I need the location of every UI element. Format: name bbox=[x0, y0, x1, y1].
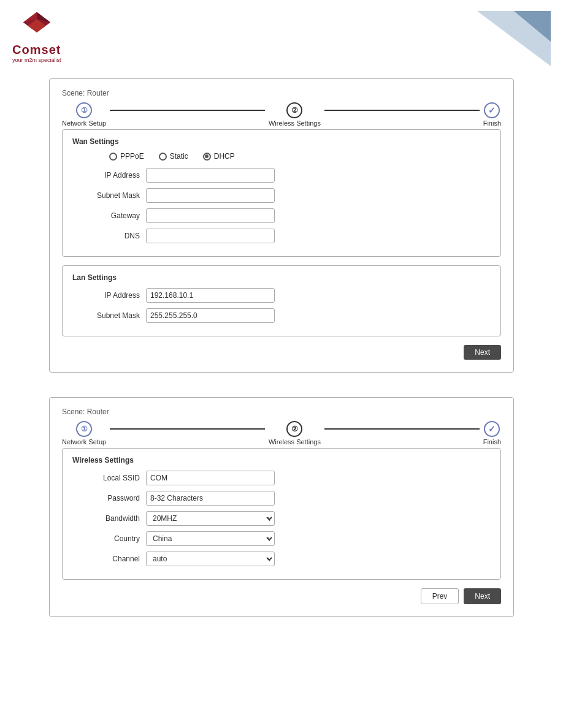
step-label-finish: Finish bbox=[483, 119, 501, 127]
wan-ip-row: IP Address bbox=[72, 168, 491, 183]
radio-label-pppoe: PPPoE bbox=[120, 152, 144, 161]
step2-line-1 bbox=[110, 428, 265, 430]
radio-static[interactable]: Static bbox=[159, 152, 188, 161]
country-row: Country China USA bbox=[72, 531, 491, 546]
panel2-next-button[interactable]: Next bbox=[464, 588, 501, 604]
radio-circle-static[interactable] bbox=[159, 153, 167, 161]
channel-label: Channel bbox=[72, 555, 140, 563]
ssid-input[interactable] bbox=[146, 471, 275, 485]
wan-gateway-label: Gateway bbox=[72, 211, 140, 220]
step-label-1: Network Setup bbox=[62, 119, 106, 127]
panel1-btn-row: Next bbox=[62, 345, 501, 360]
bandwidth-select-wrapper: 20MHZ 40MHZ bbox=[146, 511, 275, 526]
step-label-2: Wireless Settings bbox=[269, 119, 321, 127]
wan-subnet-label: Subnet Mask bbox=[72, 191, 140, 200]
channel-row: Channel auto 1 6 11 bbox=[72, 552, 491, 566]
wan-gateway-row: Gateway bbox=[72, 208, 491, 223]
logo-sub: your m2m specialist bbox=[12, 57, 61, 63]
lan-subnet-label: Subnet Mask bbox=[72, 311, 140, 320]
logo-text: Comset bbox=[12, 43, 61, 57]
main-content: Scene: Router ① Network Setup ② Wireless… bbox=[0, 72, 563, 648]
lan-settings-box: Lan Settings IP Address Subnet Mask bbox=[62, 265, 501, 336]
lan-ip-input[interactable] bbox=[146, 288, 275, 303]
wireless-settings-panel: Scene: Router ① Network Setup ② Wireless… bbox=[49, 397, 514, 617]
steps-bar-2: ① Network Setup ② Wireless Settings ✓ Fi… bbox=[62, 421, 501, 446]
lan-subnet-input[interactable] bbox=[146, 308, 275, 323]
step2-circle-1: ① bbox=[76, 421, 92, 437]
logo-icon bbox=[22, 11, 52, 40]
steps-bar-1: ① Network Setup ② Wireless Settings ✓ Fi… bbox=[62, 102, 501, 127]
wan-dns-row: DNS bbox=[72, 229, 491, 243]
step-finish: ✓ Finish bbox=[483, 102, 501, 127]
bandwidth-row: Bandwidth 20MHZ 40MHZ bbox=[72, 511, 491, 526]
step2-label-1: Network Setup bbox=[62, 438, 106, 446]
lan-settings-title: Lan Settings bbox=[72, 273, 491, 282]
lan-ip-row: IP Address bbox=[72, 288, 491, 303]
step-line-2 bbox=[324, 110, 480, 111]
wan-gateway-input[interactable] bbox=[146, 208, 275, 223]
ssid-label: Local SSID bbox=[72, 474, 140, 482]
step2-2: ② Wireless Settings bbox=[269, 421, 321, 446]
lan-subnet-row: Subnet Mask bbox=[72, 308, 491, 323]
radio-label-static: Static bbox=[170, 152, 188, 161]
wireless-title: Wireless Settings bbox=[72, 456, 491, 464]
scene-label-2: Scene: Router bbox=[62, 408, 501, 416]
step-line-1 bbox=[110, 110, 265, 111]
password-input[interactable] bbox=[146, 491, 275, 506]
network-setup-panel: Scene: Router ① Network Setup ② Wireless… bbox=[49, 78, 514, 373]
radio-dhcp[interactable]: DHCP bbox=[203, 152, 235, 161]
radio-circle-pppoe[interactable] bbox=[109, 153, 117, 161]
step-circle-2: ② bbox=[286, 102, 302, 118]
step2-line-2 bbox=[324, 428, 480, 430]
password-row: Password bbox=[72, 491, 491, 506]
scene-label-1: Scene: Router bbox=[62, 89, 501, 97]
step2-1: ① Network Setup bbox=[62, 421, 106, 446]
radio-circle-dhcp[interactable] bbox=[203, 153, 211, 161]
panel1-next-button[interactable]: Next bbox=[464, 345, 501, 360]
lan-ip-label: IP Address bbox=[72, 291, 140, 300]
step2-finish: ✓ Finish bbox=[483, 421, 501, 446]
step-1: ① Network Setup bbox=[62, 102, 106, 127]
ssid-row: Local SSID bbox=[72, 471, 491, 485]
wan-ip-label: IP Address bbox=[72, 171, 140, 180]
country-select[interactable]: China USA bbox=[146, 531, 275, 546]
step-circle-1: ① bbox=[76, 102, 92, 118]
wireless-box: Wireless Settings Local SSID Password Ba… bbox=[62, 448, 501, 580]
country-select-wrapper: China USA bbox=[146, 531, 275, 546]
bandwidth-select[interactable]: 20MHZ 40MHZ bbox=[146, 511, 275, 526]
wan-settings-title: Wan Settings bbox=[72, 137, 491, 146]
radio-label-dhcp: DHCP bbox=[214, 152, 235, 161]
step2-circle-2: ② bbox=[286, 421, 302, 437]
step-circle-finish: ✓ bbox=[484, 102, 500, 118]
step-2: ② Wireless Settings bbox=[269, 102, 321, 127]
wan-ip-input[interactable] bbox=[146, 168, 275, 183]
step2-label-finish: Finish bbox=[483, 438, 501, 446]
wan-subnet-row: Subnet Mask bbox=[72, 188, 491, 203]
panel2-prev-button[interactable]: Prev bbox=[421, 588, 459, 604]
bandwidth-label: Bandwidth bbox=[72, 514, 140, 523]
header: Comset your m2m specialist bbox=[0, 0, 563, 72]
wan-dns-label: DNS bbox=[72, 232, 140, 240]
country-label: Country bbox=[72, 534, 140, 543]
wan-radio-group: PPPoE Static DHCP bbox=[72, 152, 491, 161]
wan-settings-box: Wan Settings PPPoE Static DHCP IP Addr bbox=[62, 129, 501, 257]
radio-pppoe[interactable]: PPPoE bbox=[109, 152, 144, 161]
step2-circle-finish: ✓ bbox=[484, 421, 500, 437]
step2-label-2: Wireless Settings bbox=[269, 438, 321, 446]
channel-select-wrapper: auto 1 6 11 bbox=[146, 552, 275, 566]
header-decoration bbox=[477, 11, 551, 66]
logo-area: Comset your m2m specialist bbox=[12, 11, 61, 63]
wan-subnet-input[interactable] bbox=[146, 188, 275, 203]
panel2-btn-row: Prev Next bbox=[62, 588, 501, 604]
wan-dns-input[interactable] bbox=[146, 229, 275, 243]
channel-select[interactable]: auto 1 6 11 bbox=[146, 552, 275, 566]
password-label: Password bbox=[72, 494, 140, 502]
